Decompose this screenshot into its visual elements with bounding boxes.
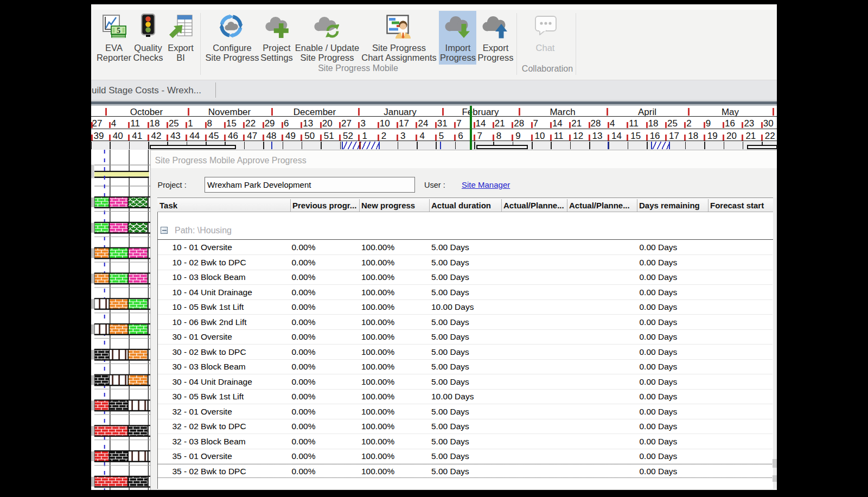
svg-text:5: 5 — [117, 27, 120, 35]
